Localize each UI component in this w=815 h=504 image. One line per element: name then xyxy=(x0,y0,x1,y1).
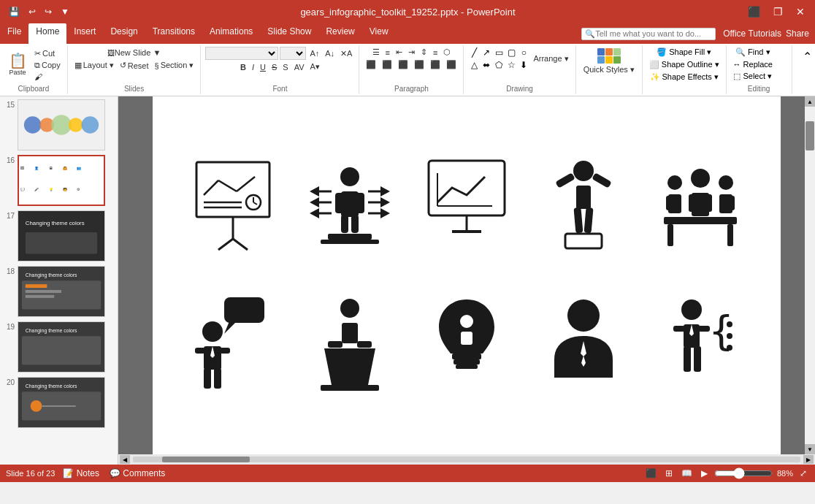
tab-insert[interactable]: Insert xyxy=(66,23,103,44)
office-tutorials-btn[interactable]: Office Tutorials xyxy=(723,28,781,39)
shadow-btn[interactable]: S xyxy=(280,62,290,72)
tab-file[interactable]: File xyxy=(0,23,28,44)
main-area: 15 16 xyxy=(0,96,815,482)
underline-btn[interactable]: U xyxy=(258,62,268,72)
slide-item-15[interactable]: 15 xyxy=(3,99,115,150)
undo-btn[interactable]: ↩ xyxy=(26,5,39,18)
charspacing-btn[interactable]: AV xyxy=(292,62,307,72)
shape-line[interactable]: ╱ xyxy=(468,47,480,58)
smartart-btn[interactable]: ⬡ xyxy=(441,47,453,58)
slide-sorter-btn[interactable]: ⊞ xyxy=(663,467,675,479)
reset-button[interactable]: ↺ Reset xyxy=(118,60,151,71)
shape-pentagon[interactable]: ⬠ xyxy=(493,59,505,71)
slideshow-btn[interactable]: ▶ xyxy=(699,467,710,479)
linespacing-btn[interactable]: ⬛ xyxy=(444,59,459,70)
hscroll-thumb[interactable] xyxy=(162,457,250,462)
search-input[interactable] xyxy=(595,29,712,38)
text-direction-btn[interactable]: ⇕ xyxy=(418,47,429,58)
slide-item-16[interactable]: 16 🖼 👤 🖥 🙆 👥 💬 🎤 💡 xyxy=(3,155,115,206)
scroll-thumb[interactable] xyxy=(806,121,814,150)
shape-rect[interactable]: ▭ xyxy=(493,47,505,58)
shape-arrow[interactable]: ↗ xyxy=(481,47,492,58)
slide-thumb-18[interactable]: Changing theme colors xyxy=(18,266,105,317)
slide-item-19[interactable]: 19 Changing theme colors xyxy=(3,321,115,373)
bold-btn[interactable]: B xyxy=(238,62,248,72)
shape-rounded-rect[interactable]: ▢ xyxy=(505,47,517,58)
share-btn[interactable]: Share xyxy=(786,28,809,39)
tab-review[interactable]: Review xyxy=(318,23,361,44)
shape-outline-button[interactable]: ⬜ Shape Outline ▾ xyxy=(647,59,722,70)
minimize-btn[interactable]: ⬛ xyxy=(743,4,765,19)
slide-thumb-16[interactable]: 🖼 👤 🖥 🙆 👥 💬 🎤 💡 🧑 ⚙ xyxy=(18,155,105,206)
decrease-font-btn[interactable]: A↓ xyxy=(323,48,337,58)
close-btn[interactable]: ✕ xyxy=(792,4,809,19)
shape-more[interactable]: ⬇ xyxy=(518,59,529,71)
fit-slide-btn[interactable]: ⤢ xyxy=(797,467,809,479)
select-button[interactable]: ⬚ Select ▾ xyxy=(731,71,774,82)
arrange-btn[interactable]: Arrange ▾ xyxy=(531,53,570,64)
bullets-btn[interactable]: ☰ xyxy=(370,47,382,58)
reading-view-btn[interactable]: 📖 xyxy=(679,467,695,479)
scroll-right-btn[interactable]: ▶ xyxy=(803,455,814,464)
justify-btn[interactable]: ⬛ xyxy=(412,59,426,70)
slide-thumb-17[interactable]: Changing theme colors xyxy=(18,210,105,261)
fontcolor-btn[interactable]: A▾ xyxy=(308,61,322,72)
numbering-btn[interactable]: ≡ xyxy=(383,47,392,58)
layout-button[interactable]: ▦ Layout ▾ xyxy=(72,60,116,71)
scroll-down-btn[interactable]: ▼ xyxy=(805,444,815,454)
tell-me-search[interactable]: 🔍 xyxy=(581,28,716,40)
increase-indent-btn[interactable]: ⇥ xyxy=(406,47,417,58)
notes-btn[interactable]: 📝 Notes xyxy=(61,467,102,479)
strikethrough-btn[interactable]: S xyxy=(269,62,279,72)
slide-item-17[interactable]: 17 Changing theme colors xyxy=(3,210,115,261)
cut-button[interactable]: ✂ Cut xyxy=(32,48,63,59)
decrease-indent-btn[interactable]: ⇤ xyxy=(394,47,405,58)
shape-triangle[interactable]: △ xyxy=(468,59,480,71)
collapse-ribbon-btn[interactable]: ⌃ xyxy=(800,48,815,65)
slide-thumb-19[interactable]: Changing theme colors xyxy=(18,321,105,373)
slide-item-20[interactable]: 20 Changing theme colors xyxy=(3,377,115,428)
tab-animations[interactable]: Animations xyxy=(202,23,260,44)
shape-fill-button[interactable]: 🪣 Shape Fill ▾ xyxy=(654,47,713,58)
normal-view-btn[interactable]: ⬛ xyxy=(643,467,659,479)
customize-qat-btn[interactable]: ▼ xyxy=(58,5,72,18)
new-slide-button[interactable]: 🖼 New Slide ▼ xyxy=(104,47,164,58)
copy-button[interactable]: ⧉ Copy xyxy=(32,60,63,71)
zoom-slider[interactable] xyxy=(714,467,773,479)
cols-btn[interactable]: ⬛ xyxy=(428,59,443,70)
tab-transitions[interactable]: Transitions xyxy=(145,23,202,44)
slide-thumb-15[interactable] xyxy=(18,99,105,150)
font-family-select[interactable] xyxy=(205,47,278,60)
paragraph-label: Paragraph xyxy=(359,85,463,93)
format-painter-button[interactable]: 🖌 xyxy=(32,72,63,82)
scroll-up-btn[interactable]: ▲ xyxy=(805,96,815,107)
slide-thumb-20[interactable]: Changing theme colors xyxy=(18,377,105,428)
paste-button[interactable]: 📋 Paste xyxy=(4,52,31,77)
save-btn[interactable]: 💾 xyxy=(6,5,23,18)
comments-btn[interactable]: 💬 Comments xyxy=(107,467,167,479)
slide-item-18[interactable]: 18 Changing theme colors xyxy=(3,266,115,317)
redo-btn[interactable]: ↪ xyxy=(42,5,55,18)
increase-font-btn[interactable]: A↑ xyxy=(307,48,321,58)
tab-slideshow[interactable]: Slide Show xyxy=(260,23,318,44)
shape-ellipse[interactable]: ○ xyxy=(518,47,529,58)
align-text-btn[interactable]: ≡ xyxy=(431,47,440,58)
section-button[interactable]: § Section ▾ xyxy=(153,60,196,71)
align-left-btn[interactable]: ⬛ xyxy=(364,59,378,70)
replace-button[interactable]: ↔ Replace xyxy=(731,59,775,69)
scroll-left-btn[interactable]: ◀ xyxy=(120,455,130,464)
italic-btn[interactable]: I xyxy=(250,62,256,72)
restore-btn[interactable]: ❐ xyxy=(769,4,787,19)
shape-rtarrow[interactable]: ⬌ xyxy=(481,59,492,71)
font-size-select[interactable] xyxy=(280,47,306,60)
tab-design[interactable]: Design xyxy=(103,23,145,44)
tab-view[interactable]: View xyxy=(362,23,396,44)
shape-star[interactable]: ☆ xyxy=(505,59,517,71)
tab-home[interactable]: Home xyxy=(28,23,66,44)
align-center-btn[interactable]: ⬛ xyxy=(380,59,394,70)
clear-format-btn[interactable]: ✕A xyxy=(338,48,354,59)
align-right-btn[interactable]: ⬛ xyxy=(396,59,410,70)
quick-styles-button[interactable]: Quick Styles ▾ xyxy=(581,47,638,76)
shape-effects-button[interactable]: ✨ Shape Effects ▾ xyxy=(648,72,721,83)
find-button[interactable]: 🔍 Find ▾ xyxy=(733,47,772,58)
